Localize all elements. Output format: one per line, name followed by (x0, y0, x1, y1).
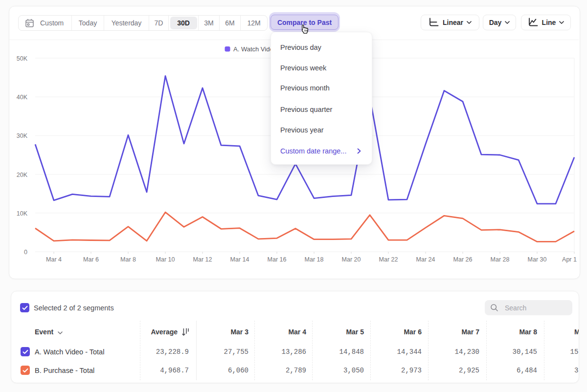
svg-text:Mar 28: Mar 28 (491, 256, 510, 263)
svg-text:Mar 22: Mar 22 (379, 256, 398, 263)
svg-text:30K: 30K (17, 132, 28, 139)
svg-text:Mar 10: Mar 10 (156, 256, 175, 263)
svg-text:Mar 16: Mar 16 (268, 256, 287, 263)
svg-text:Mar 20: Mar 20 (342, 256, 361, 263)
svg-text:Mar 18: Mar 18 (305, 256, 324, 263)
svg-text:Mar 8: Mar 8 (120, 256, 136, 263)
svg-text:0: 0 (24, 249, 27, 256)
svg-text:20K: 20K (17, 172, 28, 178)
svg-text:Apr 1: Apr 1 (562, 256, 577, 263)
svg-text:Mar 12: Mar 12 (193, 256, 212, 263)
svg-text:40K: 40K (17, 94, 28, 101)
svg-text:Mar 24: Mar 24 (416, 256, 435, 263)
svg-text:10K: 10K (17, 210, 28, 217)
svg-text:Mar 4: Mar 4 (46, 256, 62, 263)
svg-text:50K: 50K (17, 55, 28, 62)
svg-text:Mar 14: Mar 14 (230, 256, 249, 263)
svg-text:Mar 26: Mar 26 (453, 256, 473, 263)
svg-text:Mar 30: Mar 30 (528, 256, 547, 263)
svg-text:Mar 6: Mar 6 (83, 256, 99, 263)
